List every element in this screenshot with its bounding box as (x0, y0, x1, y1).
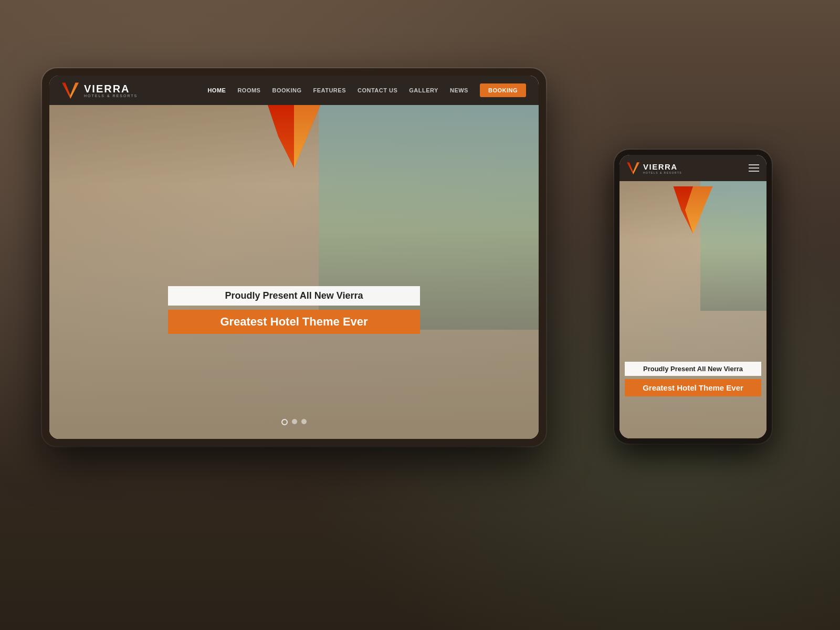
svg-marker-10 (633, 162, 639, 174)
slide-dot-2[interactable] (292, 419, 297, 424)
hero-content: Proudly Present All New Vierra Greatest … (168, 286, 420, 334)
hero-v-logo (262, 105, 326, 168)
hamburger-line-1 (749, 164, 759, 165)
slide-dots[interactable] (281, 419, 307, 425)
mobile-nav-logo-icon (627, 162, 639, 174)
nav-links: HOME ROOMS BOOKING FEATURES CONTACT US G… (207, 83, 526, 97)
main-wrapper: Proudly Present All New Vierra Greatest … (0, 0, 840, 630)
nav-rooms[interactable]: ROOMS (237, 87, 260, 93)
mobile-screen: Proudly Present All New Vierra Greatest … (620, 155, 766, 438)
mobile-logo-text: VIERRA HOTELS & RESORTS (643, 162, 682, 174)
tablet-screen: Proudly Present All New Vierra Greatest … (49, 76, 539, 439)
mobile-navbar: VIERRA HOTELS & RESORTS (620, 155, 766, 181)
hero-headline: Greatest Hotel Theme Ever (168, 310, 420, 334)
mobile-hero-content: Proudly Present All New Vierra Greatest … (625, 362, 761, 396)
nav-features[interactable]: FEATURES (313, 87, 346, 93)
nav-logo-icon (62, 82, 79, 99)
mobile-logo-name: VIERRA (643, 162, 682, 171)
svg-marker-6 (70, 83, 79, 99)
mobile-logo-subtitle: HOTELS & RESORTS (643, 171, 682, 174)
svg-marker-4 (268, 105, 294, 168)
hero-tagline: Proudly Present All New Vierra (168, 286, 420, 306)
logo-subtitle: HOTELS & RESORTS (84, 94, 138, 98)
mobile-hero-v-logo (669, 186, 717, 234)
slide-dot-1[interactable] (281, 419, 288, 425)
hamburger-line-2 (749, 167, 759, 169)
tablet-navbar: VIERRA HOTELS & RESORTS HOME ROOMS BOOKI… (49, 76, 539, 105)
nav-home[interactable]: HOME (207, 87, 226, 93)
slide-dot-3[interactable] (301, 419, 307, 424)
hamburger-menu[interactable] (749, 164, 759, 172)
hamburger-line-3 (749, 171, 759, 172)
logo-name: VIERRA (84, 83, 138, 94)
nav-contact[interactable]: CONTACT US (358, 87, 397, 93)
mobile-hero-headline: Greatest Hotel Theme Ever (625, 379, 761, 396)
mobile-device: Proudly Present All New Vierra Greatest … (614, 150, 772, 444)
booking-button[interactable]: BOOKING (480, 83, 526, 97)
mobile-logo-area: VIERRA HOTELS & RESORTS (627, 162, 682, 174)
nav-booking[interactable]: BOOKING (272, 87, 301, 93)
mobile-hero-tagline: Proudly Present All New Vierra (625, 362, 761, 376)
tablet-device: Proudly Present All New Vierra Greatest … (42, 68, 546, 446)
nav-news[interactable]: NEWS (450, 87, 468, 93)
mobile-hero: Proudly Present All New Vierra Greatest … (620, 155, 766, 438)
nav-gallery[interactable]: GALLERY (409, 87, 438, 93)
hero-section: Proudly Present All New Vierra Greatest … (49, 76, 539, 439)
logo-text: VIERRA HOTELS & RESORTS (84, 83, 138, 98)
logo-area: VIERRA HOTELS & RESORTS (62, 82, 146, 99)
